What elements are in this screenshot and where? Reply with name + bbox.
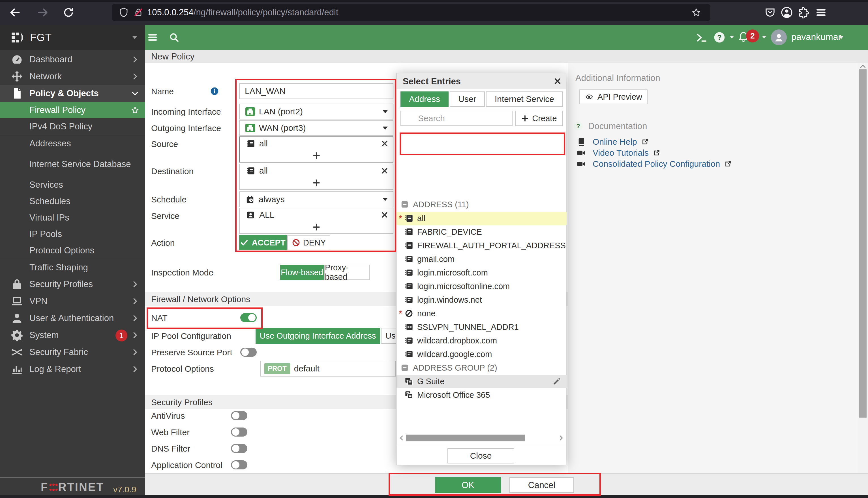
global-search-icon[interactable] bbox=[169, 32, 179, 43]
tab-address[interactable]: Address bbox=[400, 91, 449, 107]
sidebar-item-security-fabric[interactable]: Security Fabric bbox=[0, 344, 145, 361]
close-button[interactable]: Close bbox=[448, 448, 514, 463]
cli-console-icon[interactable] bbox=[695, 32, 708, 43]
entry-firewall-auth-portal[interactable]: FIREWALL_AUTH_PORTAL_ADDRESS bbox=[397, 239, 566, 252]
search-input[interactable] bbox=[400, 111, 512, 126]
antivirus-toggle[interactable] bbox=[231, 411, 248, 420]
edit-pencil-icon[interactable] bbox=[552, 377, 561, 385]
browser-forward-icon[interactable] bbox=[37, 7, 49, 18]
pocket-icon[interactable] bbox=[764, 6, 776, 18]
ok-button[interactable]: OK bbox=[435, 477, 501, 493]
hscroll-left-icon[interactable] bbox=[398, 435, 405, 441]
sidebar-item-ip-pools[interactable]: IP Pools bbox=[0, 226, 145, 243]
create-button[interactable]: Create bbox=[516, 111, 563, 126]
ip-pool-outgoing-button[interactable]: Use Outgoing Interface Address bbox=[256, 328, 380, 344]
device-header[interactable]: FGT bbox=[0, 25, 145, 50]
entry-all[interactable]: * all bbox=[397, 212, 566, 225]
collapse-minus-icon[interactable] bbox=[400, 364, 409, 372]
menu-collapse-icon[interactable] bbox=[147, 32, 158, 43]
help-icon[interactable] bbox=[713, 31, 726, 43]
avatar[interactable] bbox=[771, 29, 787, 45]
service-entry-all[interactable]: ALL bbox=[240, 208, 393, 221]
sidebar-item-policy-objects[interactable]: Policy & Objects bbox=[0, 85, 145, 102]
browser-reload-icon[interactable] bbox=[63, 7, 74, 18]
action-accept-button[interactable]: ACCEPT bbox=[239, 235, 287, 250]
remove-x-icon[interactable] bbox=[381, 140, 388, 147]
preserve-source-port-toggle[interactable] bbox=[240, 348, 257, 357]
sidebar-item-traffic-shaping[interactable]: Traffic Shaping bbox=[0, 259, 145, 276]
bookmark-star-icon[interactable] bbox=[691, 8, 701, 17]
scrollbar-thumb[interactable] bbox=[859, 69, 867, 418]
dnsfilter-toggle[interactable] bbox=[231, 444, 248, 453]
name-input[interactable]: LAN_WAN bbox=[239, 83, 393, 99]
sidebar-item-schedules[interactable]: Schedules bbox=[0, 193, 145, 210]
entry-none[interactable]: * none bbox=[397, 307, 566, 320]
source-multiselect[interactable]: all bbox=[239, 136, 393, 162]
entry-login-microsoft[interactable]: login.microsoft.com bbox=[397, 266, 566, 279]
inspection-proxy-button[interactable]: Proxy-based bbox=[324, 265, 370, 280]
entry-login-microsoftonline[interactable]: login.microsoftonline.com bbox=[397, 280, 566, 293]
sidebar-item-virtual-ips[interactable]: Virtual IPs bbox=[0, 210, 145, 226]
remove-x-icon[interactable] bbox=[381, 167, 388, 174]
inspection-flow-button[interactable]: Flow-based bbox=[280, 265, 324, 280]
info-icon[interactable] bbox=[210, 87, 219, 96]
cancel-button[interactable]: Cancel bbox=[509, 477, 574, 493]
shield-icon[interactable] bbox=[119, 7, 129, 18]
sidebar-item-firewall-policy[interactable]: Firewall Policy bbox=[0, 102, 145, 118]
destination-add-button[interactable] bbox=[240, 179, 393, 187]
extensions-puzzle-icon[interactable] bbox=[798, 6, 810, 18]
service-multiselect[interactable]: ALL bbox=[239, 208, 393, 234]
address-group-header[interactable]: ADDRESS (11) bbox=[397, 198, 566, 211]
tab-internet-service[interactable]: Internet Service bbox=[486, 91, 563, 107]
favorite-star-icon[interactable] bbox=[131, 106, 139, 114]
source-entry-all[interactable]: all bbox=[240, 137, 393, 150]
incoming-interface-select[interactable]: LAN (port2) bbox=[239, 104, 393, 119]
sidebar-item-log-report[interactable]: Log & Report bbox=[0, 361, 145, 378]
api-preview-button[interactable]: API Preview bbox=[579, 90, 647, 104]
hscroll-right-icon[interactable] bbox=[558, 435, 565, 441]
nat-toggle[interactable] bbox=[240, 313, 257, 322]
account-icon[interactable] bbox=[780, 6, 793, 19]
sidebar-item-network[interactable]: Network bbox=[0, 68, 145, 85]
sidebar-item-user-authentication[interactable]: User & Authentication bbox=[0, 310, 145, 327]
entry-g-suite[interactable]: G Suite bbox=[397, 375, 566, 388]
protocol-options-field[interactable]: PROT default bbox=[261, 361, 396, 377]
destination-multiselect[interactable]: all bbox=[239, 163, 393, 190]
sidebar-item-services[interactable]: Services bbox=[0, 177, 145, 193]
consolidated-policy-link[interactable]: Consolidated Policy Configuration bbox=[576, 159, 732, 169]
entry-sslvpn-tunnel-addr1[interactable]: SSLVPN_TUNNEL_ADDR1 bbox=[397, 320, 566, 333]
sidebar-item-dashboard[interactable]: Dashboard bbox=[0, 51, 145, 68]
sidebar-item-system[interactable]: System 1 bbox=[0, 327, 145, 344]
entry-microsoft-office-365[interactable]: Microsoft Office 365 bbox=[397, 389, 566, 402]
close-x-icon[interactable] bbox=[553, 77, 561, 85]
sidebar-item-ipv4-dos-policy[interactable]: IPv4 DoS Policy bbox=[0, 118, 145, 135]
lock-insecure-icon[interactable] bbox=[133, 7, 144, 18]
entry-wildcard-google[interactable]: wildcard.google.com bbox=[397, 348, 566, 361]
username[interactable]: pavankumar bbox=[791, 32, 841, 42]
entry-fabric-device[interactable]: FABRIC_DEVICE bbox=[397, 225, 566, 238]
appcontrol-toggle[interactable] bbox=[231, 460, 248, 469]
sidebar-item-protocol-options[interactable]: Protocol Options bbox=[0, 243, 145, 259]
webfilter-toggle[interactable] bbox=[231, 428, 248, 436]
tab-user[interactable]: User bbox=[450, 91, 485, 107]
video-tutorials-link[interactable]: Video Tutorials bbox=[576, 148, 660, 158]
collapse-minus-icon[interactable] bbox=[400, 200, 409, 209]
hscrollbar-thumb[interactable] bbox=[406, 435, 525, 441]
browser-menu-icon[interactable] bbox=[815, 7, 827, 18]
destination-entry-all[interactable]: all bbox=[240, 164, 393, 177]
schedule-select[interactable]: always bbox=[239, 192, 393, 207]
remove-x-icon[interactable] bbox=[381, 211, 388, 219]
sidebar-item-security-profiles[interactable]: Security Profiles bbox=[0, 276, 145, 293]
action-deny-button[interactable]: DENY bbox=[287, 235, 330, 250]
address-group-group-header[interactable]: ADDRESS GROUP (2) bbox=[397, 361, 566, 374]
sidebar-item-addresses[interactable]: Addresses bbox=[0, 135, 145, 152]
online-help-link[interactable]: Online Help bbox=[576, 137, 649, 147]
sidebar-item-internet-service-database[interactable]: Internet Service Database bbox=[0, 152, 145, 177]
entry-login-windows[interactable]: login.windows.net bbox=[397, 293, 566, 306]
entry-wildcard-dropbox[interactable]: wildcard.dropbox.com bbox=[397, 334, 566, 347]
outgoing-interface-select[interactable]: WAN (port3) bbox=[239, 120, 393, 136]
sidebar-item-vpn[interactable]: VPN bbox=[0, 293, 145, 310]
entry-gmail[interactable]: gmail.com bbox=[397, 252, 566, 265]
source-add-button[interactable] bbox=[240, 152, 393, 160]
browser-back-icon[interactable] bbox=[9, 7, 21, 18]
